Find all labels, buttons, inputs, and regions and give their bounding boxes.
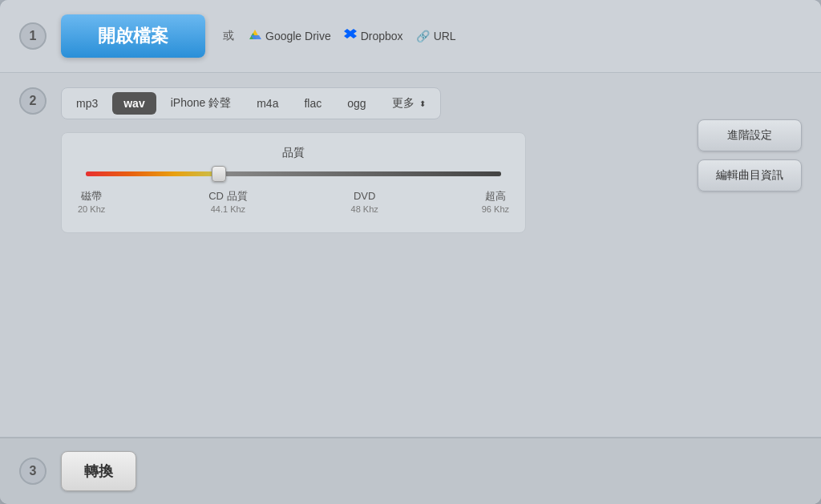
or-text: 或 xyxy=(223,29,234,43)
url-link[interactable]: 🔗 URL xyxy=(416,30,456,42)
google-drive-link[interactable]: Google Drive xyxy=(249,29,331,44)
section-2-content: mp3 wav iPhone 鈴聲 m4a flac ogg 更多 ⬍ 品質 xyxy=(61,87,683,233)
quality-label-cd-main: CD 品質 xyxy=(208,189,247,204)
tab-wav[interactable]: wav xyxy=(112,92,156,115)
dropbox-link[interactable]: Dropbox xyxy=(344,28,403,44)
quality-label-tape: 磁帶 20 Khz xyxy=(78,189,105,216)
quality-panel: 品質 磁帶 20 Khz CD 品質 44.1 Khz xyxy=(61,132,526,233)
section-2-buttons: 進階設定 編輯曲目資訊 xyxy=(698,119,802,192)
url-icon: 🔗 xyxy=(416,30,430,42)
quality-label-tape-sub: 20 Khz xyxy=(78,204,105,216)
quality-label-ultrahigh: 超高 96 Khz xyxy=(482,189,509,216)
quality-label-cd: CD 品質 44.1 Khz xyxy=(208,189,247,216)
more-label: 更多 xyxy=(392,96,415,111)
tab-more[interactable]: 更多 ⬍ xyxy=(381,91,437,115)
convert-button[interactable]: 轉換 xyxy=(61,451,136,491)
app-container: 1 開啟檔案 或 Google Drive xyxy=(0,0,821,504)
section-3: 3 轉換 xyxy=(0,437,821,504)
cloud-links: Google Drive Dropbox 🔗 URL xyxy=(249,28,456,44)
open-file-button[interactable]: 開啟檔案 xyxy=(61,14,205,58)
quality-label-cd-sub: 44.1 Khz xyxy=(208,204,247,216)
tab-iphone[interactable]: iPhone 鈴聲 xyxy=(160,91,242,115)
section-1: 1 開啟檔案 或 Google Drive xyxy=(0,0,821,73)
section-2: 2 mp3 wav iPhone 鈴聲 m4a flac ogg 更多 ⬍ 品質 xyxy=(0,73,821,437)
advanced-settings-button[interactable]: 進階設定 xyxy=(698,119,802,151)
step-3-badge: 3 xyxy=(19,458,47,485)
tab-mp3[interactable]: mp3 xyxy=(65,92,109,115)
quality-label-dvd-main: DVD xyxy=(351,189,378,204)
format-tabs: mp3 wav iPhone 鈴聲 m4a flac ogg 更多 ⬍ xyxy=(61,87,441,119)
slider-fill-right xyxy=(219,171,501,176)
step-2-badge: 2 xyxy=(19,87,47,115)
quality-labels: 磁帶 20 Khz CD 品質 44.1 Khz DVD 48 Khz 超高 9… xyxy=(78,189,509,216)
google-drive-label: Google Drive xyxy=(265,30,331,42)
tab-m4a[interactable]: m4a xyxy=(245,92,289,115)
dropbox-icon xyxy=(344,28,357,44)
quality-label-dvd-sub: 48 Khz xyxy=(351,204,378,216)
quality-label-tape-main: 磁帶 xyxy=(78,189,105,204)
google-drive-icon xyxy=(249,29,261,44)
url-label: URL xyxy=(434,30,456,42)
edit-track-info-button[interactable]: 編輯曲目資訊 xyxy=(698,159,802,192)
dropbox-label: Dropbox xyxy=(361,30,403,42)
tab-ogg[interactable]: ogg xyxy=(336,92,377,115)
step-1-badge: 1 xyxy=(19,22,47,50)
tab-flac[interactable]: flac xyxy=(293,92,333,115)
quality-label-dvd: DVD 48 Khz xyxy=(351,189,378,216)
slider-container xyxy=(86,171,501,176)
slider-thumb[interactable] xyxy=(212,166,226,182)
slider-fill-left xyxy=(86,171,219,176)
slider-track xyxy=(86,171,501,176)
chevron-down-icon: ⬍ xyxy=(419,99,426,108)
quality-label-ultrahigh-sub: 96 Khz xyxy=(482,204,509,216)
quality-title: 品質 xyxy=(78,146,509,160)
quality-label-ultrahigh-main: 超高 xyxy=(482,189,509,204)
